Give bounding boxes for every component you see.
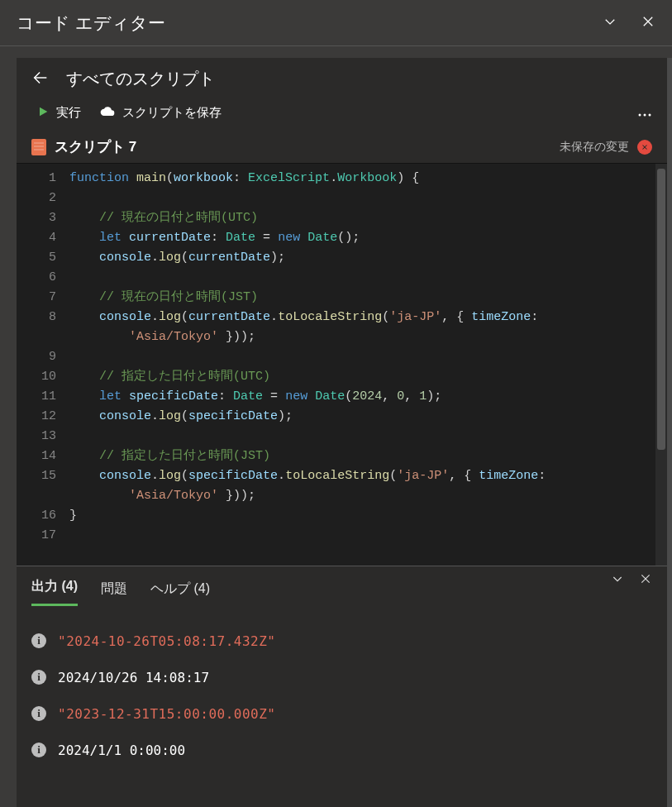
toolbar-left: 実行 スクリプトを保存 <box>31 100 226 126</box>
tab-help[interactable]: ヘルプ (4) <box>150 580 210 606</box>
script-file-icon <box>31 139 46 155</box>
info-icon: i <box>31 706 46 721</box>
info-icon: i <box>31 743 46 757</box>
chevron-down-icon[interactable] <box>603 14 617 32</box>
tab-problems[interactable]: 問題 <box>101 580 127 606</box>
run-button[interactable]: 実行 <box>31 102 86 124</box>
console-panel: 出力 (4) 問題 ヘルプ (4) i"2024-10-26T05:08:17.… <box>17 566 667 807</box>
code-editor[interactable]: 1234567891011121314151617 function main(… <box>17 163 667 566</box>
minimap[interactable] <box>644 164 655 566</box>
log-row: i"2024-10-26T05:08:17.432Z" <box>31 623 652 659</box>
log-text: 2024/1/1 0:00:00 <box>58 743 185 758</box>
error-badge-icon[interactable] <box>637 140 652 155</box>
editor-scrollbar[interactable] <box>655 164 667 566</box>
more-menu-button[interactable] <box>637 106 652 121</box>
back-arrow-icon[interactable] <box>31 69 50 90</box>
svg-point-5 <box>644 113 646 116</box>
breadcrumb-title[interactable]: すべてのスクリプト <box>66 68 215 90</box>
close-icon[interactable] <box>641 14 655 32</box>
breadcrumb: すべてのスクリプト <box>17 58 667 95</box>
line-gutter: 1234567891011121314151617 <box>17 164 66 566</box>
console-collapse-icon[interactable] <box>611 572 624 589</box>
log-text: "2023-12-31T15:00:00.000Z" <box>58 706 275 722</box>
log-text: "2024-10-26T05:08:17.432Z" <box>58 633 275 649</box>
toolbar: 実行 スクリプトを保存 <box>17 95 667 132</box>
svg-point-6 <box>649 113 651 116</box>
info-icon: i <box>31 633 46 648</box>
titlebar-title: コード エディター <box>17 12 165 35</box>
tab-output[interactable]: 出力 (4) <box>31 578 78 606</box>
save-script-button[interactable]: スクリプトを保存 <box>94 100 226 126</box>
console-output[interactable]: i"2024-10-26T05:08:17.432Z"i2024/10/26 1… <box>17 606 667 807</box>
console-controls <box>611 572 652 589</box>
unsaved-changes-label: 未保存の変更 <box>560 140 629 155</box>
script-name: スクリプト 7 <box>55 137 136 156</box>
log-row: i2024/1/1 0:00:00 <box>31 732 652 768</box>
titlebar-controls <box>603 14 655 32</box>
svg-marker-3 <box>40 107 47 117</box>
cloud-save-icon <box>99 103 116 122</box>
log-text: 2024/10/26 14:08:17 <box>58 670 209 685</box>
console-close-icon[interactable] <box>639 572 652 589</box>
console-header: 出力 (4) 問題 ヘルプ (4) <box>17 566 667 606</box>
svg-point-4 <box>639 113 641 116</box>
play-icon <box>36 105 50 121</box>
console-tabs: 出力 (4) 問題 ヘルプ (4) <box>31 570 210 606</box>
log-row: i"2023-12-31T15:00:00.000Z" <box>31 695 652 732</box>
info-icon: i <box>31 670 46 685</box>
run-button-label: 実行 <box>56 105 81 121</box>
panel-scrollbar[interactable] <box>667 58 672 807</box>
code-area[interactable]: function main(workbook: ExcelScript.Work… <box>66 164 644 566</box>
editor-panel: すべてのスクリプト 実行 スクリプトを保存 スクリプト 7 未保存の変更 <box>17 58 667 807</box>
save-button-label: スクリプトを保存 <box>122 105 222 121</box>
log-row: i2024/10/26 14:08:17 <box>31 659 652 695</box>
titlebar: コード エディター <box>0 0 672 46</box>
script-header: スクリプト 7 未保存の変更 <box>17 132 667 163</box>
